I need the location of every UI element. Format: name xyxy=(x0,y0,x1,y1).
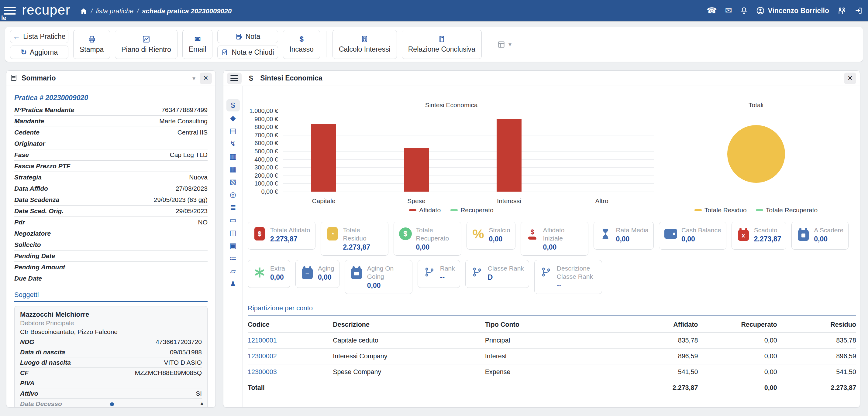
stat-card-descrizione-classe-rank[interactable]: Descrizione Classe Rank-- xyxy=(534,260,602,294)
summary-row: Due Date xyxy=(14,273,208,284)
legend-affidato[interactable]: Affidato xyxy=(409,206,441,214)
incoming-call-icon[interactable]: ☎ xyxy=(707,7,717,15)
document-clock-icon xyxy=(327,227,338,241)
bar-interessi[interactable] xyxy=(497,119,522,192)
stat-card-totale-recuperato[interactable]: Totale Recuperato0,00 xyxy=(394,222,461,256)
handoff-people-icon[interactable] xyxy=(837,6,846,15)
person-icon[interactable]: ♟ xyxy=(226,278,240,290)
note-icon xyxy=(236,33,243,40)
bar-capitale[interactable] xyxy=(311,124,336,192)
book-icon[interactable]: ▭ xyxy=(226,214,240,226)
legend-totale-residuo[interactable]: Totale Residuo xyxy=(694,206,747,214)
calcolo-interessi-button[interactable]: Calcolo Interessi xyxy=(333,30,397,59)
account-code-link[interactable]: 12100001 xyxy=(248,333,333,349)
summary-row: Pending Date xyxy=(14,250,208,262)
pie-chart-area: Totali Totale Residuo Totale Recuperato xyxy=(655,86,857,222)
list-add-icon[interactable]: ≣ xyxy=(226,201,240,213)
email-button[interactable]: ✉ Email xyxy=(182,30,213,59)
stat-card-totale-affidato[interactable]: Totale Affidato2.273,87 xyxy=(248,222,315,250)
stat-card-totale-residuo[interactable]: Totale Residuo2.273,87 xyxy=(321,222,389,256)
scroll-up-icon[interactable] xyxy=(200,401,204,406)
collapse-caret-icon[interactable] xyxy=(192,75,195,82)
printer-icon xyxy=(88,35,96,43)
note-check-icon xyxy=(222,49,228,56)
stat-card-rata-media[interactable]: Rata Media0,00 xyxy=(594,222,654,250)
logout-icon[interactable] xyxy=(855,7,863,14)
pratica-link[interactable]: Pratica # 20230009020 xyxy=(14,94,208,102)
table-row: 12100001 Capitale ceduto Principal 835,7… xyxy=(248,333,856,349)
stat-card-affidato-iniziale[interactable]: Affidato Iniziale0,00 xyxy=(521,222,588,256)
breadcrumb-separator: / xyxy=(137,7,138,15)
table-totals-row: Totali 2.273,87 0,00 2.273,87 xyxy=(248,380,856,396)
flow-icon[interactable]: ↯ xyxy=(226,138,240,150)
summary-row: Fascia Prezzo PTF xyxy=(14,161,208,172)
lista-pratiche-button[interactable]: ← Lista Pratiche xyxy=(10,30,68,43)
summary-row: Originator xyxy=(14,138,208,149)
relazione-conclusiva-button[interactable]: Relazione Conclusiva xyxy=(402,30,482,59)
document-clip-icon[interactable]: ▧ xyxy=(226,176,240,188)
stat-card-cash-balance[interactable]: Cash Balance0,00 xyxy=(659,222,726,250)
stat-card-a-scadere[interactable]: A Scadere0,00 xyxy=(792,222,848,250)
aggiorna-button[interactable]: ↻ Aggiorna xyxy=(10,45,68,59)
breadcrumb-lista-pratiche[interactable]: lista pratiche xyxy=(96,7,134,15)
pie-chart-legend: Totale Residuo Totale Recuperato xyxy=(655,206,857,214)
stat-cards-row-1: Totale Affidato2.273,87 Totale Residuo2.… xyxy=(248,222,856,256)
summary-row: Data Scad. Orig.29/05/2023 xyxy=(14,206,208,217)
summary-row: PdrNO xyxy=(14,217,208,228)
calendar-grid-icon[interactable]: ▦ xyxy=(226,163,240,175)
table-search-icon[interactable]: ◎ xyxy=(226,188,240,201)
stat-card-stralcio[interactable]: Stralcio0,00 xyxy=(467,222,516,250)
list-add-bracket-icon[interactable]: ≔ xyxy=(226,252,240,265)
hand-dollar-icon xyxy=(526,226,539,242)
sommario-close-button[interactable] xyxy=(200,73,212,84)
stat-card-classe-rank[interactable]: Classe RankD xyxy=(465,260,529,288)
sintesi-header: $ Sintesi Economica xyxy=(223,71,860,86)
calendar-icon xyxy=(798,230,809,241)
bar-spese[interactable] xyxy=(404,148,429,192)
calendar-12-icon[interactable]: ◫ xyxy=(226,227,240,239)
carousel-dot[interactable] xyxy=(110,402,114,406)
economic-dollar-icon[interactable]: $ xyxy=(226,99,240,111)
summary-row: N°Pratica Mandante7634778897499 xyxy=(14,104,208,116)
subject-card[interactable]: Mazzocchi Melchiorre Debitore Principale… xyxy=(14,306,208,408)
piano-di-rientro-button[interactable]: Piano di Rientro xyxy=(115,30,178,59)
layout-grid-button[interactable] xyxy=(494,40,515,48)
stat-card-aging[interactable]: Aging0,00 xyxy=(296,260,339,288)
dollar-icon: $ xyxy=(299,36,303,43)
puzzle-icon[interactable]: ◆ xyxy=(226,112,240,124)
ripartizione-heading: Ripartizione per conto xyxy=(248,304,856,315)
stat-card-scaduto[interactable]: Scaduto2.273,87 xyxy=(732,222,786,250)
account-code-link[interactable]: 12300002 xyxy=(248,349,333,365)
legend-totale-recuperato[interactable]: Totale Recuperato xyxy=(756,206,817,214)
stat-card-extra[interactable]: Extra0,00 xyxy=(248,260,290,288)
top-bar: le recuper / lista pratiche / scheda pra… xyxy=(0,0,868,22)
sintesi-close-button[interactable] xyxy=(844,73,856,84)
mail-icon[interactable]: ✉ xyxy=(725,7,732,15)
bar-chart-legend: Affidato Recuperato xyxy=(248,206,655,214)
stat-card-aging-on-going[interactable]: Aging On Going0,00 xyxy=(345,260,412,294)
subject-row: CFMZZMCH88E09M085Q xyxy=(20,368,202,378)
document-dollar-icon xyxy=(254,227,265,241)
nota-e-chiudi-button[interactable]: Nota e Chiudi xyxy=(217,45,278,59)
nota-button[interactable]: Nota xyxy=(217,30,278,43)
dollar-icon: $ xyxy=(249,74,253,82)
calendar-day-icon[interactable]: ▣ xyxy=(226,240,240,252)
user-menu[interactable]: Vincenzo Borriello xyxy=(756,6,829,15)
stampa-button[interactable]: Stampa xyxy=(73,30,110,59)
stat-cards-row-2: Extra0,00 Aging0,00 Aging On Going0,00 R… xyxy=(248,260,856,294)
stat-card-rank[interactable]: Rank-- xyxy=(417,260,460,288)
incasso-button[interactable]: $ Incasso xyxy=(283,30,320,59)
home-icon[interactable] xyxy=(80,7,88,15)
sommario-panel: Sommario Pratica # 20230009020 N°Pratica… xyxy=(6,70,216,408)
branch-icon xyxy=(423,264,436,280)
account-code-link[interactable]: 12300003 xyxy=(248,365,333,380)
panel-menu-hamburger-icon[interactable] xyxy=(227,73,242,84)
calendar-box-icon xyxy=(351,268,362,279)
summary-row: Sollecito xyxy=(14,239,208,250)
legend-recuperato[interactable]: Recuperato xyxy=(451,206,494,214)
pie-totale[interactable] xyxy=(727,125,785,183)
clipboard-note-icon[interactable]: ▤ xyxy=(226,125,240,137)
folder-add-icon[interactable]: ▱ xyxy=(226,265,240,277)
notifications-bell-icon[interactable] xyxy=(740,7,748,14)
clipboard-code-icon[interactable]: ▥ xyxy=(226,150,240,163)
